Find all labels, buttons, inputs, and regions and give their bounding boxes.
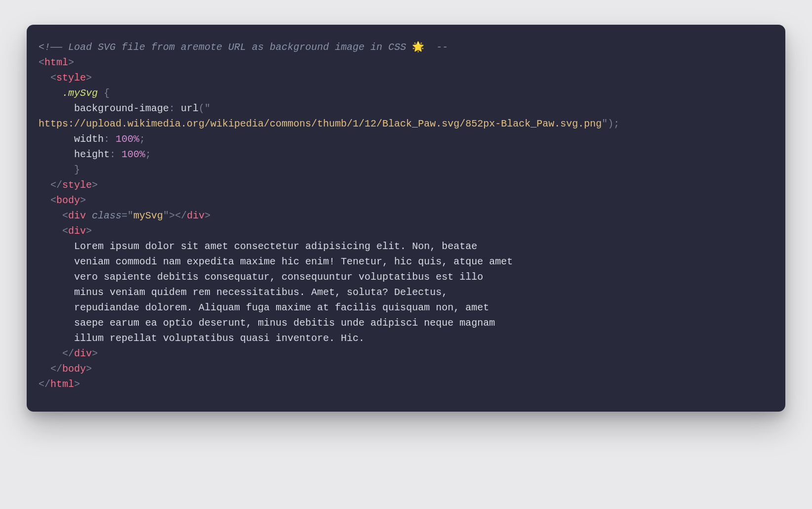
body-tag: body: [56, 195, 80, 206]
code-snippet-card: <!—— Load SVG file from aremote URL as b…: [27, 25, 785, 412]
div-tag: div: [68, 210, 86, 221]
comment-line: <!—— Load SVG file from aremote URL as b…: [39, 42, 448, 53]
style-tag: style: [56, 72, 86, 84]
sparkle-icon: 🌟: [412, 42, 424, 53]
code-block[interactable]: <!—— Load SVG file from aremote URL as b…: [39, 40, 773, 392]
html-tag: html: [44, 57, 68, 68]
url-string: https://upload.wikimedia.org/wikipedia/c…: [39, 118, 602, 129]
css-prop-width: width: [74, 133, 104, 145]
css-prop-height: height: [74, 149, 110, 160]
css-selector: .mySvg: [62, 87, 98, 99]
lorem-text: Lorem ipsum dolor sit amet consectetur a…: [74, 241, 477, 252]
css-prop-bg: background-image: [74, 103, 169, 114]
